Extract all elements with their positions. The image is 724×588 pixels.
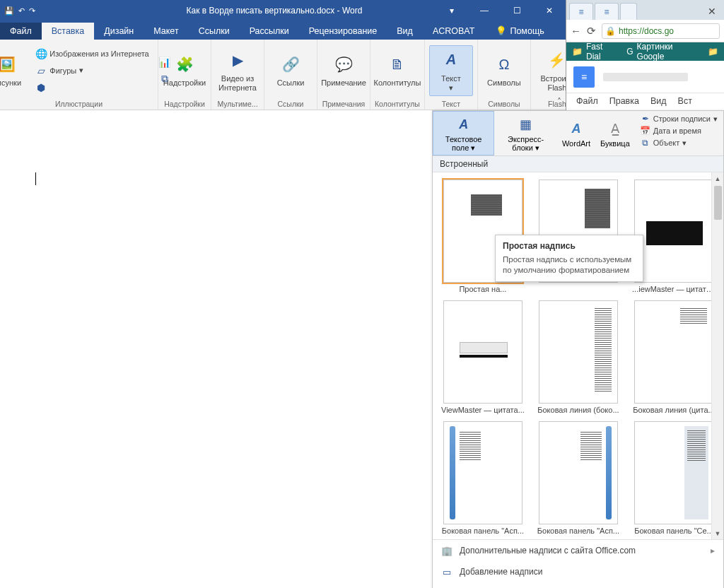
- quickparts-button[interactable]: ▦ Экспресс-блоки ▾: [494, 111, 557, 155]
- headerfooter-button[interactable]: 🗎 Колонтитулы: [375, 49, 419, 91]
- calendar-icon: 📅: [641, 126, 650, 136]
- back-icon[interactable]: ←: [571, 25, 581, 37]
- reload-icon[interactable]: ⟳: [587, 25, 596, 37]
- gallery-label: ...iewMaster — цитата...: [632, 285, 716, 293]
- tab-references[interactable]: Ссылки: [189, 23, 240, 40]
- close-button[interactable]: ✕: [533, 0, 566, 21]
- comment-icon: 💬: [332, 53, 355, 76]
- addins-label: Надстройки: [163, 78, 206, 88]
- gallery-item-sideline-quote[interactable]: Боковая линия (цита...: [632, 300, 716, 414]
- wordart-button[interactable]: A WordArt: [557, 111, 595, 155]
- draw-textbox-button[interactable]: ▭Добавление надписи: [433, 561, 723, 582]
- ribbon-group-links: 🔗 Ссылки Ссылки: [264, 40, 317, 110]
- bookmark-google-images[interactable]: GКартинки Google: [626, 42, 698, 61]
- object-button[interactable]: ⧉Объект ▾: [641, 138, 718, 148]
- more-from-office-button[interactable]: 🏢Дополнительные надписи с сайта Office.c…: [433, 540, 723, 561]
- gallery-tooltip: Простая надпись Простая надпись с исполь…: [495, 235, 643, 282]
- addins-button[interactable]: 🧩 Надстройки: [163, 49, 206, 91]
- browser-tab-close[interactable]: ✕: [700, 3, 724, 20]
- headerfooter-label: Колонтитулы: [373, 78, 421, 88]
- scroll-thumb[interactable]: [714, 186, 722, 220]
- smartart-icon: ⬢: [35, 82, 47, 93]
- links-label: Ссылки: [277, 78, 305, 88]
- datetime-button[interactable]: 📅Дата и время: [641, 126, 718, 136]
- comment-button[interactable]: 💬 Примечание: [322, 49, 366, 91]
- online-pictures-icon: 🌐: [35, 48, 47, 59]
- googledocs-header: ≡: [566, 61, 724, 93]
- smartart-button[interactable]: ⬢: [33, 81, 151, 95]
- minimize-button[interactable]: —: [468, 0, 501, 21]
- docs-menu-edit[interactable]: Правка: [609, 96, 639, 106]
- gallery-item-viewmaster-quote[interactable]: ...iewMaster — цитата...: [632, 180, 716, 293]
- tab-view[interactable]: Вид: [387, 23, 423, 40]
- scroll-down-icon[interactable]: ▼: [712, 527, 723, 539]
- redo-icon[interactable]: ↷: [29, 6, 35, 16]
- dropcap-label: Буквица: [600, 139, 630, 148]
- dropcap-button[interactable]: A̲ Буквица: [595, 111, 635, 155]
- pictures-button[interactable]: 🖼️ Рисунки: [0, 49, 28, 91]
- ribbon-group-addins: 🧩 Надстройки Надстройки: [158, 40, 211, 110]
- dropcap-icon: A̲: [607, 120, 624, 137]
- tab-insert[interactable]: Вставка: [42, 23, 94, 40]
- signature-line-button[interactable]: ✒Строки подписи ▾: [641, 114, 718, 124]
- docs-menu-insert[interactable]: Вст: [678, 96, 692, 106]
- wordart-label: WordArt: [562, 139, 590, 148]
- save-icon[interactable]: 💾: [4, 6, 14, 16]
- undo-icon[interactable]: ↶: [18, 6, 25, 16]
- gallery-item-se-sidebar[interactable]: Боковая панель "Се...: [632, 421, 716, 535]
- group-label-links: Ссылки: [269, 98, 313, 108]
- bookmark-fastdial[interactable]: 📁Fast Dial: [572, 42, 617, 61]
- headerfooter-icon: 🗎: [386, 53, 409, 76]
- tab-review[interactable]: Рецензирование: [299, 23, 387, 40]
- datetime-label: Дата и время: [653, 127, 701, 135]
- bookmark-extra[interactable]: 📁: [708, 47, 718, 57]
- links-button[interactable]: 🔗 Ссылки: [269, 49, 313, 91]
- omega-icon: Ω: [493, 53, 515, 76]
- address-bar[interactable]: 🔒 https://docs.go: [602, 23, 720, 39]
- docs-menu-view[interactable]: Вид: [650, 96, 667, 106]
- gallery-scrollbar[interactable]: ▲ ▼: [711, 172, 723, 539]
- gallery-item-aspect-sidebar2[interactable]: Боковая панель "Асп...: [537, 421, 619, 535]
- tab-design[interactable]: Дизайн: [94, 23, 144, 40]
- ribbon-group-text: A Текст▾ Текст: [425, 40, 478, 110]
- tab-mailings[interactable]: Рассылки: [240, 23, 299, 40]
- office-icon: 🏢: [441, 545, 452, 556]
- text-icon: A: [440, 49, 462, 71]
- gallery-label: Боковая панель "Асп...: [537, 527, 619, 535]
- docs-menu-file[interactable]: Файл: [576, 96, 598, 106]
- gallery-item-viewmaster-quote2[interactable]: ViewMaster — цитата...: [441, 300, 525, 414]
- shapes-button[interactable]: ▱Фигуры ▾: [33, 64, 151, 78]
- draw-textbox-label: Добавление надписи: [460, 567, 543, 577]
- maximize-button[interactable]: ☐: [501, 0, 533, 21]
- quickparts-icon: ▦: [518, 116, 535, 133]
- tab-file[interactable]: Файл: [0, 23, 42, 40]
- symbols-button[interactable]: Ω Символы: [482, 49, 526, 91]
- browser-new-tab[interactable]: [620, 3, 637, 20]
- gallery-item-sideline-sidebar[interactable]: Боковая линия (боко...: [537, 300, 619, 414]
- lightbulb-icon: 💡: [496, 25, 507, 36]
- tell-me-label: Помощь: [510, 26, 544, 36]
- group-label-comments: Примечания: [322, 98, 366, 108]
- save-selection-button: 💾Сохранить выделенный фрагмент в коллекц…: [433, 582, 723, 588]
- gallery-item-aspect-sidebar1[interactable]: Боковая панель "Асп...: [441, 421, 525, 535]
- ribbon-group-illustrations: 🖼️ Рисунки 🌐Изображения из Интернета ▱Фи…: [0, 40, 158, 110]
- text-button[interactable]: A Текст▾: [429, 45, 473, 96]
- browser-tab[interactable]: ≡: [595, 3, 619, 20]
- tab-layout[interactable]: Макет: [144, 23, 188, 40]
- browser-tab[interactable]: ≡: [569, 3, 593, 20]
- docs-logo-icon[interactable]: ≡: [573, 66, 595, 88]
- tab-acrobat[interactable]: ACROBAT: [423, 23, 485, 40]
- online-video-button[interactable]: ▶ Видео из Интернета: [216, 45, 259, 96]
- online-pictures-button[interactable]: 🌐Изображения из Интернета: [33, 47, 151, 61]
- gallery-footer: 🏢Дополнительные надписи с сайта Office.c…: [433, 539, 723, 588]
- scroll-up-icon[interactable]: ▲: [712, 172, 723, 184]
- textbox-dropdown-button[interactable]: A Текстовое поле ▾: [433, 111, 494, 155]
- word-ribbon-tabs: Файл Вставка Дизайн Макет Ссылки Рассылк…: [0, 21, 566, 40]
- textbox-ribbon-row: A Текстовое поле ▾ ▦ Экспресс-блоки ▾ A …: [433, 111, 723, 156]
- group-label-text: Текст: [429, 98, 473, 108]
- link-icon: 🔗: [279, 53, 302, 76]
- collapse-ribbon-icon[interactable]: ˄: [557, 97, 561, 107]
- ribbon-options-icon[interactable]: ▾: [436, 0, 468, 21]
- docs-title-placeholder[interactable]: [603, 73, 688, 81]
- tell-me[interactable]: 💡 Помощь: [489, 22, 551, 40]
